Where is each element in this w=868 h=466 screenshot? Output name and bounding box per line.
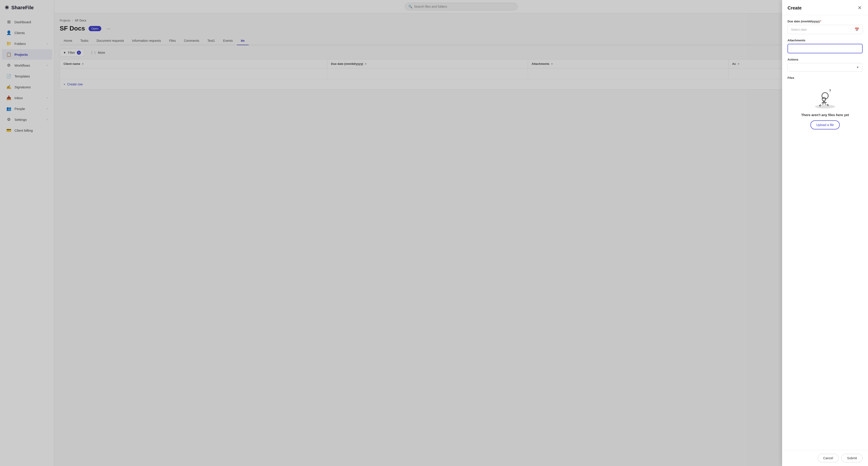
actions-label: Actions (787, 58, 863, 61)
chevron-down-icon: ▼ (856, 66, 859, 69)
attachments-label: Attachments (787, 39, 863, 42)
cancel-button[interactable]: Cancel (817, 454, 839, 462)
panel-header: Create ✕ (782, 0, 868, 15)
svg-line-7 (824, 102, 827, 103)
due-date-placeholder: Select date (791, 28, 807, 31)
upload-file-button[interactable]: Upload a file (810, 121, 840, 129)
panel-footer: Cancel Submit (782, 450, 868, 466)
svg-line-5 (824, 101, 826, 104)
panel-body: Due date (mm/dd/yyyy)* Select date 📅 Att… (782, 15, 868, 450)
submit-button[interactable]: Submit (841, 454, 863, 462)
actions-field-group: Actions ▼ (787, 58, 863, 72)
files-empty-text: There aren't any files here yet (801, 113, 849, 117)
panel-title: Create (787, 5, 802, 11)
files-section: Files ? (787, 76, 863, 134)
due-date-field-group: Due date (mm/dd/yyyy)* Select date 📅 (787, 20, 863, 34)
files-label: Files (787, 76, 863, 79)
required-indicator: * (820, 20, 821, 23)
svg-text:?: ? (829, 89, 831, 92)
modal-overlay (0, 0, 868, 466)
due-date-label: Due date (mm/dd/yyyy)* (787, 20, 863, 23)
actions-select[interactable]: ▼ (787, 63, 863, 72)
create-panel: Create ✕ Due date (mm/dd/yyyy)* Select d… (782, 0, 868, 466)
attachments-input[interactable] (787, 44, 863, 53)
close-panel-button[interactable]: ✕ (857, 4, 863, 11)
due-date-input[interactable]: Select date 📅 (787, 25, 863, 34)
attachments-field-group: Attachments (787, 39, 863, 53)
svg-point-0 (815, 105, 835, 108)
files-empty-illustration: ? (811, 87, 839, 109)
files-empty-state: ? There aren't any files here yet Upload… (787, 82, 863, 134)
calendar-icon: 📅 (855, 27, 859, 32)
